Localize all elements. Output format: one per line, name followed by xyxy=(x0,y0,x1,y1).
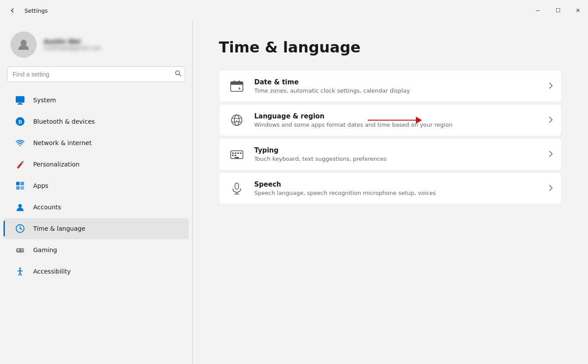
arrow-head xyxy=(416,117,422,124)
speech-chevron xyxy=(549,185,553,192)
bluetooth-icon: B xyxy=(14,115,26,128)
sidebar-item-accessibility[interactable]: Accessibility xyxy=(3,261,189,282)
speech-card[interactable]: Speech Speech language, speech recogniti… xyxy=(219,172,562,205)
typing-text: Typing Touch keyboard, text suggestions,… xyxy=(254,146,540,162)
sidebar-item-system-label: System xyxy=(33,97,56,104)
user-email: austinwei@gmail.com xyxy=(44,45,101,51)
app-title: Settings xyxy=(24,7,48,14)
typing-card[interactable]: Typing Touch keyboard, text suggestions,… xyxy=(219,138,562,170)
svg-rect-42 xyxy=(235,153,236,154)
title-bar-controls: ─ ☐ ✕ xyxy=(528,3,588,17)
svg-line-32 xyxy=(239,89,240,89)
sidebar-item-time-language-label: Time & language xyxy=(33,225,85,232)
svg-rect-41 xyxy=(232,153,234,154)
date-time-icon xyxy=(228,77,246,95)
user-name: Austin Wei xyxy=(44,38,101,45)
svg-rect-3 xyxy=(16,96,24,103)
typing-chevron xyxy=(549,151,553,158)
page-title: Time & language xyxy=(219,38,562,56)
search-input[interactable] xyxy=(7,66,185,82)
typing-title: Typing xyxy=(254,146,540,154)
svg-line-2 xyxy=(179,74,181,76)
avatar xyxy=(10,31,37,58)
app-container: Austin Wei austinwei@gmail.com xyxy=(0,21,588,364)
svg-rect-12 xyxy=(16,186,20,190)
sidebar-item-accessibility-label: Accessibility xyxy=(33,268,71,275)
svg-rect-5 xyxy=(17,104,23,105)
svg-point-23 xyxy=(19,267,21,269)
sidebar-item-accounts-label: Accounts xyxy=(33,204,61,211)
svg-rect-43 xyxy=(237,153,239,154)
speech-desc: Speech language, speech recognition micr… xyxy=(254,190,540,196)
svg-text:B: B xyxy=(18,118,22,125)
sidebar-item-network[interactable]: Network & internet xyxy=(3,132,189,153)
sidebar-item-apps[interactable]: Apps xyxy=(3,175,189,196)
svg-rect-47 xyxy=(235,157,239,158)
apps-icon xyxy=(14,180,26,192)
sidebar-item-personalization[interactable]: Personalization xyxy=(3,154,189,175)
arrow-line xyxy=(368,120,416,121)
user-section[interactable]: Austin Wei austinwei@gmail.com xyxy=(0,21,192,66)
sidebar-item-gaming[interactable]: Gaming xyxy=(3,239,189,260)
sidebar-item-accounts[interactable]: Accounts xyxy=(3,197,189,218)
speech-text: Speech Speech language, speech recogniti… xyxy=(254,180,540,196)
back-button[interactable] xyxy=(5,3,19,17)
close-button[interactable]: ✕ xyxy=(568,3,588,17)
sidebar-item-network-label: Network & internet xyxy=(33,139,92,146)
title-bar: Settings ─ ☐ ✕ xyxy=(0,0,588,21)
sidebar-item-system[interactable]: System xyxy=(3,90,189,111)
svg-rect-11 xyxy=(21,182,24,185)
time-language-icon xyxy=(14,222,26,235)
accounts-icon xyxy=(14,201,26,213)
maximize-button[interactable]: ☐ xyxy=(548,3,568,17)
sidebar-item-gaming-label: Gaming xyxy=(33,246,57,253)
svg-point-14 xyxy=(18,204,22,208)
sidebar-item-personalization-label: Personalization xyxy=(33,161,80,168)
date-time-text: Date & time Time zones, automatic clock … xyxy=(254,78,540,94)
main-content: Time & language Date & time Time zones, … xyxy=(193,21,588,364)
svg-rect-20 xyxy=(17,250,19,250)
system-icon xyxy=(14,94,26,106)
sidebar-item-bluetooth-label: Bluetooth & devices xyxy=(33,118,95,125)
svg-rect-29 xyxy=(231,82,243,85)
svg-rect-48 xyxy=(235,183,239,189)
sidebar: Austin Wei austinwei@gmail.com xyxy=(0,21,192,364)
speech-title: Speech xyxy=(254,180,540,188)
annotation-arrow xyxy=(368,117,422,124)
user-info: Austin Wei austinwei@gmail.com xyxy=(44,38,101,51)
svg-rect-13 xyxy=(21,186,24,190)
minimize-button[interactable]: ─ xyxy=(528,3,548,17)
speech-icon xyxy=(228,180,246,197)
sidebar-item-bluetooth[interactable]: B Bluetooth & devices xyxy=(3,111,189,132)
typing-icon xyxy=(228,146,246,163)
svg-rect-44 xyxy=(240,153,242,154)
gaming-icon xyxy=(14,244,26,256)
svg-rect-46 xyxy=(235,155,236,156)
personalization-icon xyxy=(14,158,26,170)
network-icon xyxy=(14,137,26,149)
language-region-icon: A xyxy=(228,111,246,129)
svg-rect-33 xyxy=(234,80,235,83)
date-time-title: Date & time xyxy=(254,78,540,86)
svg-point-8 xyxy=(20,145,21,146)
svg-point-21 xyxy=(21,249,22,250)
sidebar-item-apps-label: Apps xyxy=(33,182,48,189)
search-box xyxy=(7,66,185,82)
typing-desc: Touch keyboard, text suggestions, prefer… xyxy=(254,156,540,162)
date-time-chevron xyxy=(549,83,553,90)
sidebar-item-time-language[interactable]: Time & language xyxy=(3,218,189,239)
svg-point-0 xyxy=(21,40,27,46)
language-region-chevron xyxy=(549,117,553,124)
svg-line-17 xyxy=(20,229,22,229)
svg-line-27 xyxy=(20,273,21,275)
title-bar-left: Settings xyxy=(5,3,48,17)
svg-rect-10 xyxy=(16,182,20,185)
svg-rect-34 xyxy=(239,80,240,83)
svg-point-22 xyxy=(22,250,23,251)
accessibility-icon xyxy=(14,265,26,277)
sidebar-nav: System B Bluetooth & devices xyxy=(0,89,192,282)
search-button[interactable] xyxy=(175,70,182,79)
svg-rect-4 xyxy=(18,103,22,104)
date-time-desc: Time zones, automatic clock settings, ca… xyxy=(254,87,540,94)
date-time-card[interactable]: Date & time Time zones, automatic clock … xyxy=(219,70,562,102)
